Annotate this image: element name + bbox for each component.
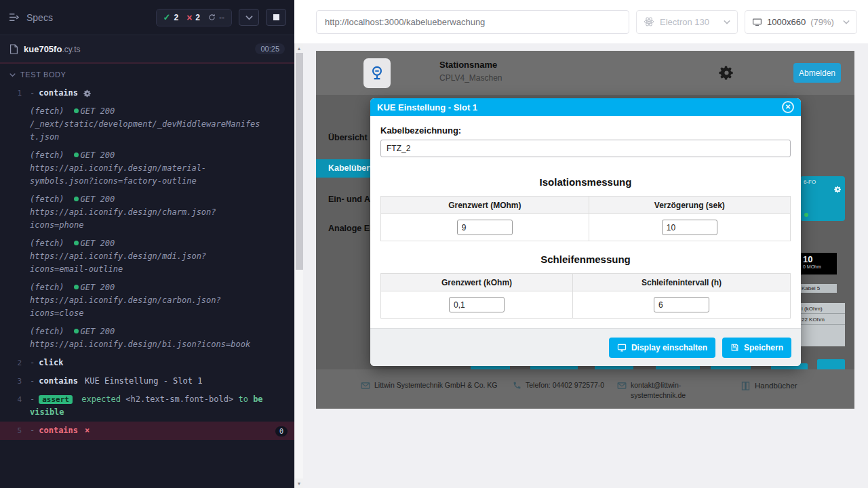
- command-number: 1: [0, 87, 30, 100]
- fetch-status: GET 200: [81, 106, 115, 116]
- fetch-status: GET 200: [81, 195, 115, 204]
- test-body-toggle[interactable]: TEST BODY: [0, 64, 294, 83]
- retry-badge: 0: [275, 426, 288, 436]
- status-dot: [74, 329, 79, 333]
- test-stats: ✓2 ×2 --: [156, 9, 232, 26]
- refresh-icon: [208, 14, 216, 21]
- fetch-status: GET 200: [81, 150, 115, 160]
- fail-x-icon: ×: [85, 426, 90, 435]
- spec-header[interactable]: kue705fo.cy.ts 00:25: [0, 35, 294, 64]
- logout-button[interactable]: Abmelden: [793, 63, 841, 83]
- stop-button[interactable]: [266, 9, 286, 26]
- footer-manuals-link[interactable]: Handbücher: [741, 380, 797, 392]
- footer-phone[interactable]: Telefon: 04402 972577-0: [513, 380, 608, 390]
- aut-toolbar: http://localhost:3000/kabelueberwachung …: [294, 0, 868, 43]
- isolation-limit-input[interactable]: [457, 220, 513, 235]
- fetch-label: (fetch): [30, 106, 64, 116]
- save-button[interactable]: Speichern: [722, 338, 791, 358]
- network-log-row[interactable]: (fetch)GET 200 https://api.iconify.desig…: [0, 146, 294, 190]
- collapse-button[interactable]: [239, 9, 259, 26]
- mail-icon: [361, 381, 370, 390]
- electron-icon: [644, 16, 654, 27]
- status-dot: [74, 241, 79, 245]
- modal-close-button[interactable]: ✕: [782, 101, 794, 113]
- slot-card-fragment: 6-FO: [800, 176, 845, 221]
- spec-name: kue705fo.cy.ts: [24, 44, 81, 54]
- column-header: Grenzwert (kOhm): [381, 274, 573, 291]
- modal-header: KUE Einstellung - Slot 1 ✕: [370, 98, 801, 116]
- command-number: [0, 237, 30, 276]
- status-dot: [74, 108, 79, 113]
- nav-ein-aus[interactable]: Ein- und Au: [316, 190, 376, 208]
- network-log-row[interactable]: (fetch)GET 200 https://api.iconify.desig…: [0, 279, 294, 323]
- isolation-table: Grenzwert (MOhm) Verzögerung (sek): [380, 196, 791, 241]
- command-row-failed[interactable]: 5 contains× 0: [0, 422, 294, 440]
- command-row-assert[interactable]: 4 assert expected <h2.text-sm.font-bold>…: [0, 390, 294, 422]
- command-dash: [30, 88, 39, 98]
- station-label: Stationsname: [439, 60, 502, 70]
- chevron-down-icon: [245, 15, 253, 20]
- fetch-url: https://api.iconify.design/bi.json?icons…: [30, 338, 263, 351]
- network-log-row[interactable]: (fetch)GET 200 https://api.iconify.desig…: [0, 323, 294, 354]
- loop-interval-input[interactable]: [654, 297, 709, 312]
- gear-icon: [83, 89, 92, 98]
- app-footer: Littwin Systemtechnik GmbH & Co. KG Tele…: [316, 369, 854, 409]
- section-title-isolation: Isolationsmessung: [380, 176, 791, 188]
- specs-title[interactable]: Specs: [26, 12, 53, 23]
- footer-email[interactable]: kontakt@littwin-systemtechnik.de: [617, 380, 731, 401]
- cable-label: Kabel 5: [799, 284, 837, 293]
- command-message: KUE Einstellung - Slot 1: [85, 376, 202, 386]
- specs-list-icon[interactable]: [8, 13, 20, 22]
- display-on-button[interactable]: Display einschalten: [609, 338, 715, 358]
- spec-duration: 00:25: [255, 43, 285, 54]
- command-number: 5: [0, 424, 30, 437]
- cable-name-input[interactable]: [380, 140, 791, 157]
- stat-failed[interactable]: ×2: [186, 12, 200, 23]
- stat-passed[interactable]: ✓2: [163, 12, 179, 22]
- fetch-label: (fetch): [30, 195, 64, 204]
- command-dash: [30, 426, 39, 435]
- phone-icon: [513, 381, 521, 390]
- cable-name-label: Kabelbezeichnung:: [380, 125, 791, 136]
- nav-analoge[interactable]: Analoge Ei: [316, 220, 372, 237]
- status-dot: [74, 197, 79, 201]
- command-dash: [30, 358, 39, 367]
- fetch-label: (fetch): [30, 283, 64, 292]
- section-title-schleife: Schleifenmessung: [380, 253, 791, 265]
- kue-settings-modal: KUE Einstellung - Slot 1 ✕ Kabelbezeichn…: [370, 98, 801, 366]
- save-icon: [730, 343, 739, 352]
- command-log: 1 contains (fetch)GET 200 /_next/static/…: [0, 83, 294, 440]
- fetch-status: GET 200: [81, 239, 115, 248]
- viewport-icon: [752, 17, 762, 27]
- nav-uebersicht[interactable]: Übersicht: [316, 129, 368, 146]
- command-row[interactable]: 1 contains: [0, 84, 294, 102]
- command-row[interactable]: 2 click: [0, 354, 294, 372]
- stat-pending[interactable]: --: [208, 13, 224, 22]
- chevron-down-icon: [843, 20, 850, 24]
- settings-gear-icon[interactable]: [719, 65, 734, 81]
- app-header: Stationsname CPLV4_Maschen Abmelden: [316, 51, 854, 95]
- column-header: Grenzwert (MOhm): [381, 197, 589, 214]
- browser-select[interactable]: Electron 130: [636, 10, 738, 34]
- chevron-down-icon: [724, 20, 730, 24]
- isolation-delay-input[interactable]: [662, 220, 717, 235]
- footer-company: Littwin Systemtechnik GmbH & Co. KG: [361, 380, 503, 390]
- assert-selector: <h2.text-sm.font-bold>: [125, 394, 233, 404]
- viewport-select[interactable]: 1000x660 (79%): [745, 10, 857, 34]
- status-dot: [74, 152, 79, 157]
- book-icon: [741, 381, 751, 391]
- network-log-row[interactable]: (fetch)GET 200 https://api.iconify.desig…: [0, 235, 294, 279]
- loop-limit-input[interactable]: [449, 297, 505, 312]
- network-log-row[interactable]: (fetch)GET 200 /_next/static/development…: [0, 102, 294, 146]
- command-number: 4: [0, 393, 30, 419]
- command-row[interactable]: 3 containsKUE Einstellung - Slot 1: [0, 372, 294, 390]
- modal-footer: Display einschalten Speichern: [370, 328, 801, 366]
- network-log-row[interactable]: (fetch)GET 200 https://api.iconify.desig…: [0, 190, 294, 235]
- cypress-reporter: Specs ✓2 ×2 -- kue705fo.cy.ts 00:25 TEST…: [0, 0, 294, 488]
- scroll-up-arrow[interactable]: ▲: [295, 43, 303, 53]
- scroll-thumb[interactable]: [296, 53, 303, 270]
- scroll-down-arrow[interactable]: ▼: [295, 479, 303, 488]
- vertical-scrollbar[interactable]: ▲ ▼: [294, 43, 303, 488]
- command-number: [0, 149, 30, 188]
- url-bar[interactable]: http://localhost:3000/kabelueberwachung: [316, 10, 629, 34]
